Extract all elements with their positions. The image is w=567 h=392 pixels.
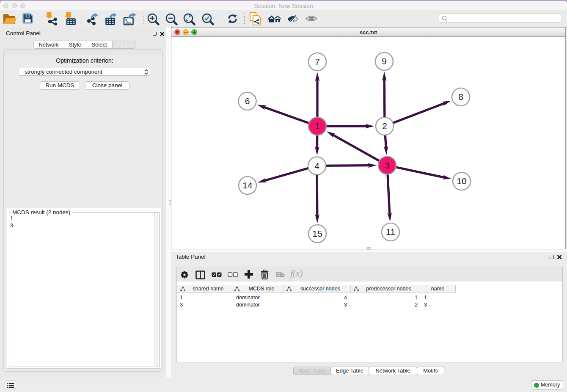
- svg-text:4: 4: [314, 161, 319, 171]
- svg-text:7: 7: [315, 57, 320, 66]
- svg-text:15: 15: [312, 229, 322, 238]
- svg-text:2: 2: [382, 121, 387, 131]
- svg-text:9: 9: [382, 56, 387, 66]
- svg-text:6: 6: [245, 96, 250, 106]
- svg-text:3: 3: [385, 160, 390, 170]
- svg-text:10: 10: [457, 176, 466, 186]
- svg-text:14: 14: [242, 180, 253, 190]
- svg-text:1: 1: [315, 121, 320, 131]
- svg-text:8: 8: [458, 92, 463, 102]
- svg-text:11: 11: [386, 227, 395, 237]
